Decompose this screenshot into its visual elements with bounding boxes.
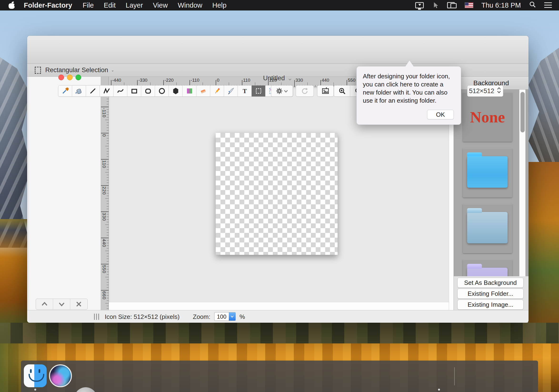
selection-mode-label: Rectangular Selection	[45, 66, 108, 74]
purple-folder-thumbnail[interactable]	[463, 260, 512, 276]
menu-help[interactable]: Help	[212, 1, 227, 9]
us-flag-icon[interactable]	[465, 2, 473, 8]
menu-bar: Folder-Factory FileEditLayerViewWindowHe…	[0, 0, 559, 10]
lightblue-folder-thumbnail[interactable]	[463, 204, 512, 253]
ruler-tick-label: 330	[102, 213, 107, 221]
dock-divider	[454, 367, 455, 385]
launchpad-dock-icon[interactable]	[74, 387, 97, 392]
pencil-tool[interactable]	[210, 85, 224, 96]
gear-menu-button[interactable]	[271, 85, 293, 97]
chevron-down-icon[interactable]: ⌄	[111, 68, 114, 72]
ruler-tick-label: 550	[102, 265, 107, 273]
rectangle-tool[interactable]	[127, 85, 141, 96]
vertical-ruler: -1100110220330440550660	[101, 77, 109, 310]
menu-bar-clock[interactable]: Thu 6:18 PM	[481, 1, 521, 9]
gradient-tool[interactable]	[183, 85, 196, 96]
scrollbar-thumb[interactable]	[521, 92, 525, 132]
menu-edit[interactable]: Edit	[104, 1, 116, 9]
background-panel: Background None Set As BackgroundExistin…	[454, 77, 529, 323]
mountain-right	[529, 48, 559, 181]
layer-buttons	[36, 299, 88, 310]
menu-view[interactable]: View	[153, 1, 168, 9]
autumn-trees-right	[528, 162, 559, 329]
spotlight-search-icon[interactable]	[529, 1, 536, 10]
menu-window[interactable]: Window	[178, 1, 202, 9]
line-tool[interactable]	[86, 85, 100, 96]
status-bar: Icon Size: 512×512 (pixels) Zoom: 100 %	[27, 310, 529, 323]
layers-panel[interactable]	[29, 77, 101, 310]
ellipse-tool[interactable]	[155, 85, 169, 96]
pointer-icon[interactable]	[432, 2, 439, 9]
percent-sign: %	[240, 313, 245, 321]
eyedropper-tool[interactable]	[58, 85, 72, 96]
icon-size-status: Icon Size: 512×512 (pixels)	[105, 313, 179, 321]
siri-dock-icon[interactable]	[49, 364, 72, 387]
rotate-button[interactable]	[296, 85, 314, 97]
menu-file[interactable]: File	[83, 1, 94, 9]
lightblue-folder-icon	[467, 212, 508, 243]
text-tool[interactable]: T	[238, 85, 252, 96]
apple-menu-icon[interactable]	[9, 2, 15, 9]
ok-button[interactable]: OK	[427, 110, 454, 119]
menu-items: FileEditLayerViewWindowHelp	[83, 1, 236, 9]
zoom-in-button[interactable]	[334, 85, 350, 96]
ruler-tick-label: 440	[102, 239, 107, 247]
ruler-tick-label: 110	[102, 160, 107, 168]
none-label: None	[470, 108, 505, 126]
transparent-canvas[interactable]	[216, 133, 338, 255]
drag-handle-icon[interactable]	[94, 314, 99, 320]
menu-layer[interactable]: Layer	[126, 1, 143, 9]
panel-scrollbar[interactable]	[519, 90, 525, 276]
displays-icon[interactable]	[447, 2, 457, 8]
existing-image-button[interactable]: Existing Image...	[457, 299, 523, 310]
paint-can-tool[interactable]	[72, 85, 86, 96]
zoom-label: Zoom:	[193, 313, 210, 321]
purple-folder-icon	[467, 268, 508, 276]
airbrush-tool[interactable]	[224, 85, 238, 96]
rectangular-marquee-tool[interactable]	[252, 85, 265, 96]
running-indicator	[438, 389, 440, 391]
tool-palette: T	[58, 85, 293, 97]
treeline	[0, 323, 559, 345]
running-indicator	[34, 389, 36, 391]
set-as-background-button[interactable]: Set As Background	[457, 278, 523, 288]
zoom-percent-select[interactable]: 100	[214, 312, 236, 321]
existing-folder-button[interactable]: Existing Folder...	[457, 289, 523, 299]
zoom-window-button[interactable]	[75, 75, 81, 80]
import-image-button[interactable]	[317, 85, 334, 97]
blue-folder-icon	[467, 156, 508, 188]
title-chevron-icon[interactable]: ⌄	[287, 74, 293, 82]
menu-bar-status: Thu 6:18 PM	[415, 1, 559, 10]
ruler-tick-label: 220	[102, 187, 107, 195]
finder-dock-icon[interactable]	[24, 364, 47, 387]
layer-move-up-button[interactable]	[36, 299, 53, 309]
stepper-arrows-icon	[497, 87, 501, 95]
ruler-tick-label: -110	[102, 108, 107, 118]
icon-size-stepper[interactable]: 512×512	[467, 85, 503, 97]
dropdown-arrow-icon	[229, 312, 235, 321]
minimize-button[interactable]	[67, 75, 73, 80]
polyline-tool[interactable]	[100, 85, 113, 96]
dock: JAN252803D♫	[21, 361, 538, 392]
app-menu[interactable]: Folder-Factory	[24, 1, 72, 9]
autumn-trees-left	[0, 219, 28, 329]
marquee-icon	[35, 67, 41, 74]
horizontal-scrollbar[interactable]	[109, 302, 454, 310]
eraser-tool[interactable]	[196, 85, 210, 96]
popover-text: After designing your folder icon, you ca…	[357, 66, 461, 104]
svg-text:T: T	[242, 88, 247, 94]
apply-icon-help-popover: After designing your folder icon, you ca…	[356, 66, 461, 125]
notification-center-icon[interactable]	[544, 2, 552, 8]
rounded-rectangle-tool[interactable]	[141, 85, 155, 96]
airplay-display-icon[interactable]	[415, 2, 424, 8]
polygon-tool[interactable]	[169, 85, 183, 96]
blue-folder-thumbnail[interactable]	[463, 148, 512, 197]
layer-move-down-button[interactable]	[53, 299, 70, 309]
title-bar[interactable]	[27, 36, 529, 64]
ruler-tick-label: 0	[102, 134, 107, 137]
close-button[interactable]	[58, 75, 64, 80]
none-thumbnail[interactable]: None	[463, 93, 512, 142]
curve-tool[interactable]	[113, 85, 127, 96]
layer-delete-button[interactable]	[70, 299, 87, 309]
ruler-tick-label: 660	[102, 291, 107, 299]
